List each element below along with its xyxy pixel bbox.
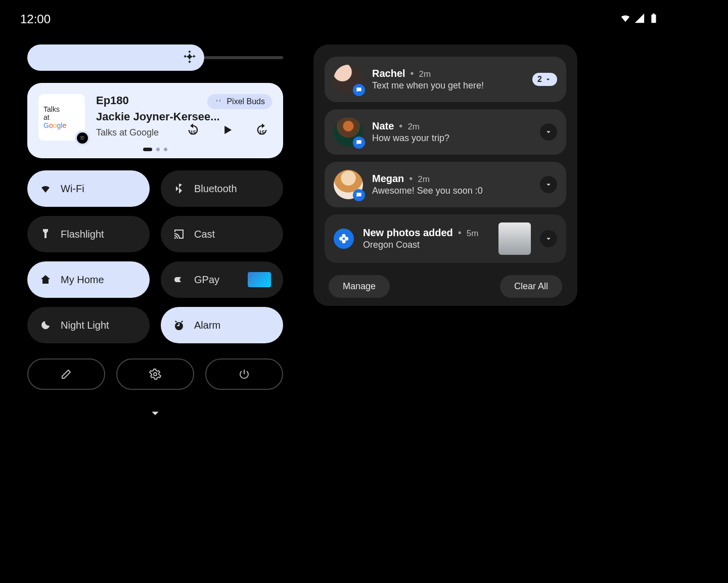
clear-all-button[interactable]: Clear All [500,275,562,298]
svg-point-0 [154,373,157,376]
album-art: Talks at Google [38,94,85,141]
tile-home[interactable]: My Home [27,261,150,298]
messages-icon [353,189,365,201]
brightness-row [27,44,283,71]
tile-night-light[interactable]: Night Light [27,307,150,343]
notification-message: Text me when you get here! [372,80,523,91]
spotify-icon [75,130,90,146]
notification-time: 2m [418,174,430,185]
tile-flashlight[interactable]: Flashlight [27,216,150,252]
expand-icon[interactable] [540,176,557,193]
signal-icon [634,13,645,26]
sender-name: Nate [372,120,394,132]
brightness-track[interactable] [204,56,283,59]
page-indicator[interactable] [38,148,272,151]
play-button[interactable] [220,123,235,137]
notification-panel: Rachel • 2m Text me when you get here! 2 [313,44,577,306]
photos-app-icon [334,229,354,249]
notification-message: How was your trip? [372,133,531,144]
brightness-slider[interactable] [27,44,204,71]
avatar [334,117,363,147]
tile-alarm[interactable]: Alarm [161,307,283,343]
expand-icon[interactable] [540,123,557,141]
brightness-icon [182,49,197,66]
media-player-card[interactable]: Talks at Google Ep180 Pixel Buds [27,83,283,158]
photo-thumbnail [498,222,531,255]
quick-settings-panel: Talks at Google Ep180 Pixel Buds [12,44,283,421]
messages-icon [353,84,365,96]
collapse-handle[interactable] [27,405,283,421]
notification-time: 5m [467,229,479,239]
wifi-icon [620,13,631,26]
edit-button[interactable] [27,358,105,390]
notification-item-photos[interactable]: New photos added • 5m Oregon Coast [325,214,566,263]
notification-time: 2m [419,69,431,79]
footer-buttons [27,358,283,390]
notification-message: Awesome! See you soon :0 [372,186,531,196]
avatar [334,65,363,94]
sender-name: Rachel [372,68,405,79]
notification-item[interactable]: Megan • 2m Awesome! See you soon :0 [325,162,566,207]
expand-icon[interactable] [540,230,557,247]
group-count-expand[interactable]: 2 [532,73,557,86]
settings-button[interactable] [116,358,194,390]
sender-name: Megan [372,173,404,185]
battery-icon [648,13,659,26]
status-icons [620,13,659,26]
manage-button[interactable]: Manage [329,275,390,298]
avatar [334,170,363,199]
notification-item[interactable]: Rachel • 2m Text me when you get here! 2 [325,57,566,102]
messages-icon [353,137,365,149]
power-button[interactable] [205,358,283,390]
tile-wifi[interactable]: Wi-Fi [27,170,150,207]
tile-bluetooth[interactable]: Bluetooth [161,170,283,207]
notification-time: 2m [407,122,420,132]
notification-subtitle: Oregon Coast [363,240,489,250]
status-bar: 12:00 [12,12,667,31]
rewind-15-button[interactable]: 15 [186,123,200,137]
tile-gpay[interactable]: GPay [161,261,283,298]
notification-title: New photos added [363,227,453,239]
quick-tiles: Wi-Fi Bluetooth Flashlight Cast My Home … [27,170,283,343]
media-title: Jackie Joyner-Kersee... [96,110,272,123]
payment-card-icon [248,272,271,287]
media-episode: Ep180 [96,94,129,107]
output-device-chip[interactable]: Pixel Buds [207,94,272,109]
clock: 12:00 [20,12,51,26]
forward-15-button[interactable]: 15 [255,123,269,137]
notification-item[interactable]: Nate • 2m How was your trip? [325,109,566,155]
tile-cast[interactable]: Cast [161,216,283,252]
